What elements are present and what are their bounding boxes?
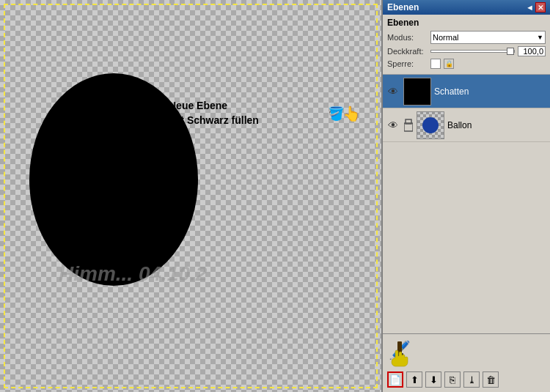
modus-row: Modus: Normal ▼: [387, 31, 546, 44]
annotation-label: Neue Ebene mit Schwarz füllen: [169, 99, 259, 127]
deckkraft-row: Deckkraft: 100,0: [387, 46, 546, 56]
lock-checkbox[interactable]: [430, 59, 441, 69]
panel-section: Ebenen Modus: Normal ▼ Deckkraft: 100,0 …: [383, 15, 550, 75]
layer-thumbnail: [403, 78, 431, 106]
paint-bucket-icon: 🪣: [328, 106, 344, 122]
cursor-graphic: 🪣 👆: [328, 105, 361, 122]
cursor-hand-icon: 👆: [342, 105, 361, 122]
bottom-annotation-icon: [389, 340, 411, 371]
sperre-row: Sperre: 🔒: [387, 59, 546, 69]
eye-icon: 👁: [388, 86, 398, 97]
panel-bottom: 🖊️ 📄 ⬆ ⬇ ⎘: [383, 333, 550, 392]
layer-name: Ballon: [447, 120, 547, 130]
new-layer-icon: 📄: [389, 374, 401, 385]
annotation-line1: Neue Ebene: [169, 99, 259, 114]
layer-thumb-checker: [417, 111, 444, 139]
lock-icon[interactable]: 🔒: [444, 59, 454, 69]
bottom-toolbar: 📄 ⬆ ⬇ ⎘ ⤓ 🗑: [386, 370, 547, 389]
layer-thumb-black: [404, 78, 430, 106]
layer-name: Schatten: [434, 86, 547, 97]
balloon-shape: [422, 117, 439, 133]
layer-visibility-toggle[interactable]: 👁: [386, 118, 400, 133]
merge-icon: ⤓: [468, 374, 476, 385]
merge-button[interactable]: ⤓: [463, 371, 480, 388]
section-title: Ebenen: [387, 18, 546, 28]
delete-layer-button[interactable]: 🗑: [483, 371, 499, 388]
panel-title: Ebenen: [387, 2, 419, 12]
arrow-down-icon: ⬇: [430, 374, 438, 385]
layers-list: 👁 Schatten 👁 Ballon: [383, 75, 550, 333]
layer-thumbnail: [417, 111, 444, 139]
modus-dropdown[interactable]: Normal ▼: [430, 31, 546, 44]
layer-link-icon: [403, 120, 414, 130]
duplicate-button[interactable]: ⎘: [444, 371, 461, 388]
panel-close-button[interactable]: ✕: [535, 2, 546, 12]
eye-icon: 👁: [388, 119, 398, 131]
layer-item[interactable]: 👁 Schatten: [383, 75, 550, 108]
panel-collapse-button[interactable]: ◄: [526, 3, 534, 12]
deckkraft-slider[interactable]: [430, 50, 515, 53]
sperre-label: Sperre:: [387, 59, 428, 68]
modus-label: Modus:: [387, 33, 428, 42]
modus-dropdown-arrow: ▼: [537, 34, 543, 41]
new-layer-button[interactable]: 📄: [387, 371, 403, 388]
layer-item[interactable]: 👁 Ballon: [383, 108, 550, 142]
deckkraft-label: Deckkraft:: [387, 47, 428, 56]
deckkraft-value: 100,0: [518, 46, 546, 56]
move-down-button[interactable]: ⬇: [425, 371, 441, 388]
modus-value: Normal: [433, 33, 458, 42]
duplicate-icon: ⎘: [450, 374, 455, 385]
move-up-button[interactable]: ⬆: [406, 371, 422, 388]
panel-titlebar: Ebenen ◄ ✕: [383, 0, 550, 15]
canvas-area: Himm... 04.10.2 Neue Ebene mit Schwarz f…: [0, 0, 381, 392]
layer-visibility-toggle[interactable]: 👁: [386, 84, 400, 99]
arrow-up-icon: ⬆: [411, 374, 419, 385]
layers-panel: Ebenen ◄ ✕ Ebenen Modus: Normal ▼ Deckkr…: [381, 0, 550, 392]
trash-icon: 🗑: [486, 374, 496, 385]
annotation-line2: mit Schwarz füllen: [169, 114, 259, 128]
deckkraft-thumb[interactable]: [507, 48, 514, 55]
